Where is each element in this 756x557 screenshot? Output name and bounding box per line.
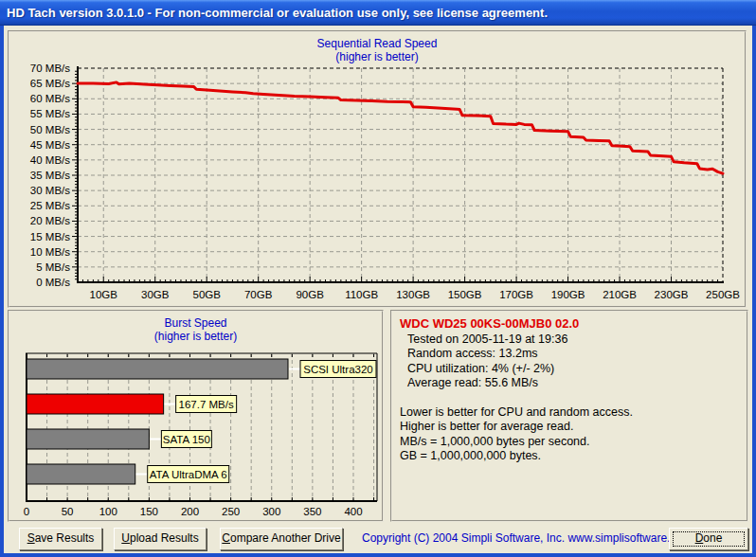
svg-text:60 MB/s: 60 MB/s: [30, 93, 70, 104]
svg-text:230GB: 230GB: [655, 289, 689, 300]
drive-name: WDC WD25 00KS-00MJB0 02.0: [400, 316, 739, 332]
svg-text:400: 400: [344, 506, 362, 517]
svg-text:30 MB/s: 30 MB/s: [30, 185, 70, 196]
burst-speed-panel: Burst Speed (higher is better) 050100150…: [8, 310, 384, 522]
done-button[interactable]: Done: [669, 528, 748, 550]
svg-text:45 MB/s: 45 MB/s: [30, 139, 70, 151]
note-line: Lower is better for CPU and random acces…: [400, 405, 739, 421]
copyright-text: Copyright (C) 2004 Simpli Software, Inc.…: [362, 531, 667, 545]
svg-text:50 MB/s: 50 MB/s: [30, 124, 70, 135]
svg-text:110GB: 110GB: [345, 289, 378, 300]
svg-text:50GB: 50GB: [192, 289, 221, 300]
svg-text:40 MB/s: 40 MB/s: [30, 154, 70, 166]
svg-text:90GB: 90GB: [296, 289, 324, 300]
svg-text:170GB: 170GB: [499, 289, 533, 300]
average-read-line: Average read: 55.6 MB/s: [400, 376, 739, 391]
svg-text:200: 200: [181, 506, 199, 517]
client-area: Sequential Read Speed (higher is better)…: [4, 26, 752, 553]
cpu-utilization-line: CPU utilization: 4% (+/- 2%): [400, 362, 739, 377]
svg-text:5 MB/s: 5 MB/s: [36, 261, 70, 273]
window-title: HD Tach version 3.0.1.0 - For non-commer…: [7, 6, 548, 20]
tested-on-line: Tested on 2005-11-19 at 19:36: [400, 332, 739, 348]
burst-speed-svg: 050100150200250300350400SCSI Ultra320167…: [9, 312, 382, 520]
svg-text:35 MB/s: 35 MB/s: [30, 170, 70, 181]
svg-text:190GB: 190GB: [551, 289, 585, 300]
svg-text:100: 100: [99, 506, 117, 517]
sequential-read-panel: Sequential Read Speed (higher is better)…: [8, 30, 747, 308]
save-results-button[interactable]: Save Results: [19, 528, 102, 550]
svg-text:25 MB/s: 25 MB/s: [30, 200, 70, 211]
burst-bar-3: [27, 464, 135, 484]
read-speed-line: [78, 82, 723, 173]
burst-bar-0: [27, 359, 288, 379]
upload-results-button[interactable]: Upload Results: [114, 528, 207, 550]
svg-text:ATA UltraDMA 6: ATA UltraDMA 6: [150, 469, 227, 480]
svg-text:55 MB/s: 55 MB/s: [30, 108, 70, 119]
svg-text:50: 50: [62, 506, 74, 517]
svg-text:250GB: 250GB: [706, 289, 740, 300]
svg-text:70GB: 70GB: [244, 289, 273, 300]
note-line: Higher is better for average read.: [400, 420, 739, 435]
random-access-line: Random access: 13.2ms: [400, 347, 739, 362]
svg-text:300: 300: [262, 506, 280, 517]
svg-text:30GB: 30GB: [141, 289, 170, 300]
svg-text:0: 0: [24, 506, 29, 517]
svg-text:150GB: 150GB: [448, 289, 482, 300]
svg-text:10GB: 10GB: [90, 289, 118, 300]
note-line: GB = 1,000,000,000 bytes.: [400, 449, 739, 464]
burst-bar-2: [27, 429, 149, 449]
svg-text:210GB: 210GB: [603, 289, 637, 300]
svg-text:130GB: 130GB: [396, 289, 430, 300]
drive-info-panel: WDC WD25 00KS-00MJB0 02.0 Tested on 2005…: [390, 310, 748, 522]
burst-speed-chart: 050100150200250300350400SCSI Ultra320167…: [9, 312, 382, 520]
burst-bar-1: [27, 394, 164, 414]
svg-text:SATA 150: SATA 150: [163, 434, 210, 445]
svg-text:70 MB/s: 70 MB/s: [30, 63, 70, 74]
svg-text:150: 150: [140, 506, 158, 517]
sequential-read-svg: 0 MB/s5 MB/s10 MB/s15 MB/s20 MB/s25 MB/s…: [9, 32, 743, 304]
svg-text:167.7 MB/s: 167.7 MB/s: [179, 399, 234, 410]
svg-text:65 MB/s: 65 MB/s: [30, 78, 70, 89]
compare-another-drive-button[interactable]: Compare Another Drive: [220, 528, 343, 550]
svg-text:SCSI Ultra320: SCSI Ultra320: [303, 364, 373, 375]
note-line: MB/s = 1,000,000 bytes per second.: [400, 435, 739, 450]
window-title-bar[interactable]: HD Tach version 3.0.1.0 - For non-commer…: [0, 0, 756, 26]
svg-text:10 MB/s: 10 MB/s: [30, 246, 70, 258]
svg-text:20 MB/s: 20 MB/s: [30, 215, 70, 226]
sequential-read-chart: 0 MB/s5 MB/s10 MB/s15 MB/s20 MB/s25 MB/s…: [9, 32, 745, 306]
svg-text:350: 350: [303, 506, 321, 517]
hd-tach-window: { "window": { "title": "HD Tach version …: [0, 0, 756, 557]
svg-text:250: 250: [222, 506, 240, 517]
svg-text:15 MB/s: 15 MB/s: [30, 231, 70, 243]
svg-text:0 MB/s: 0 MB/s: [36, 277, 70, 288]
